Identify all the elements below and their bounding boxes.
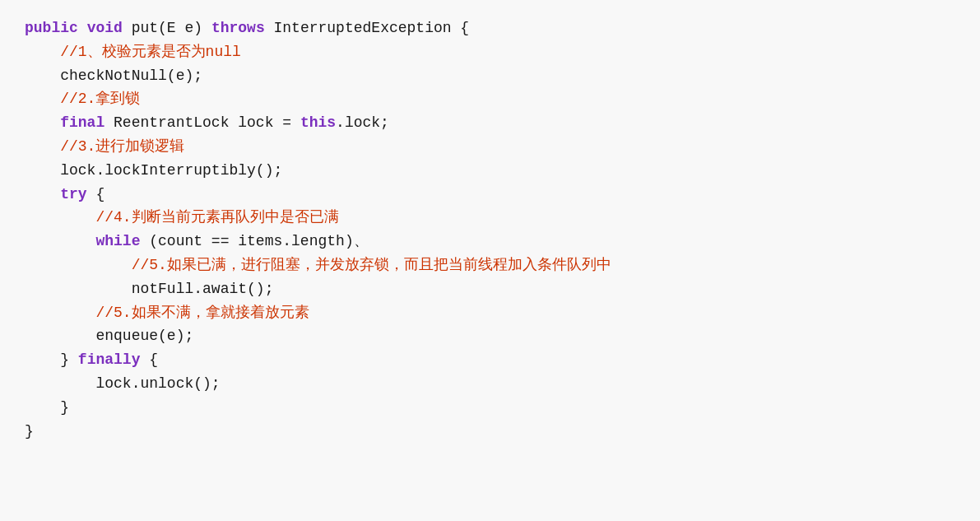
code-token: finally xyxy=(78,351,141,368)
code-token: enqueue(e); xyxy=(95,328,193,344)
code-token xyxy=(78,20,87,36)
code-token: e) xyxy=(176,20,211,36)
code-line: } xyxy=(25,396,955,420)
code-line: public void put(E e) throws InterruptedE… xyxy=(25,16,955,40)
code-token: this xyxy=(300,114,336,131)
code-token: } xyxy=(25,423,34,440)
code-token: } xyxy=(60,351,78,368)
code-token: //2.拿到锁 xyxy=(60,91,140,107)
code-line: } xyxy=(25,420,955,444)
code-token: { xyxy=(140,351,158,368)
code-line: //4.判断当前元素再队列中是否已满 xyxy=(25,206,955,230)
code-token: lock.unlock(); xyxy=(95,375,220,392)
code-line: //5.如果不满，拿就接着放元素 xyxy=(25,301,955,325)
code-line: //1、校验元素是否为null xyxy=(25,40,955,64)
code-token: //4.判断当前元素再队列中是否已满 xyxy=(95,209,338,226)
code-line: checkNotNull(e); xyxy=(25,64,955,88)
code-token: E xyxy=(167,20,176,36)
code-token: notFull.await(); xyxy=(132,281,274,297)
code-token: //1、校验元素是否为null xyxy=(60,44,241,60)
code-token: public xyxy=(25,20,78,36)
code-token: //5.如果不满，拿就接着放元素 xyxy=(95,305,309,321)
code-token: } xyxy=(60,399,69,416)
code-token: //5.如果已满，进行阻塞，并发放弃锁，而且把当前线程加入条件队列中 xyxy=(132,257,611,273)
code-token: throws xyxy=(211,20,265,36)
code-line: //2.拿到锁 xyxy=(25,87,955,111)
code-token: { xyxy=(87,186,105,202)
code-token: (count == items.length)、 xyxy=(140,233,368,249)
code-block: public void put(E e) throws InterruptedE… xyxy=(25,16,955,443)
code-token: while xyxy=(95,233,140,249)
code-line: lock.unlock(); xyxy=(25,372,955,396)
code-line: //3.进行加锁逻辑 xyxy=(25,135,955,159)
code-line: //5.如果已满，进行阻塞，并发放弃锁，而且把当前线程加入条件队列中 xyxy=(25,254,955,277)
code-line: lock.lockInterruptibly(); xyxy=(25,159,955,183)
code-token: checkNotNull(e); xyxy=(60,67,202,84)
code-token: ReentrantLock lock = xyxy=(105,114,300,131)
code-token: lock.lockInterruptibly(); xyxy=(60,162,282,179)
code-line: while (count == items.length)、 xyxy=(25,230,955,254)
code-line: final ReentrantLock lock = this.lock; xyxy=(25,111,955,135)
code-token: //3.进行加锁逻辑 xyxy=(60,138,184,155)
code-token: void xyxy=(87,20,123,36)
code-container: public void put(E e) throws InterruptedE… xyxy=(0,0,980,521)
code-line: notFull.await(); xyxy=(25,277,955,301)
code-line: } finally { xyxy=(25,348,955,372)
code-token: .lock; xyxy=(336,114,389,131)
code-token: put( xyxy=(123,20,167,36)
code-line: enqueue(e); xyxy=(25,324,955,348)
code-token: final xyxy=(60,114,105,131)
code-token: try xyxy=(60,186,86,202)
code-line: try { xyxy=(25,183,955,207)
code-token: InterruptedException { xyxy=(265,20,469,36)
